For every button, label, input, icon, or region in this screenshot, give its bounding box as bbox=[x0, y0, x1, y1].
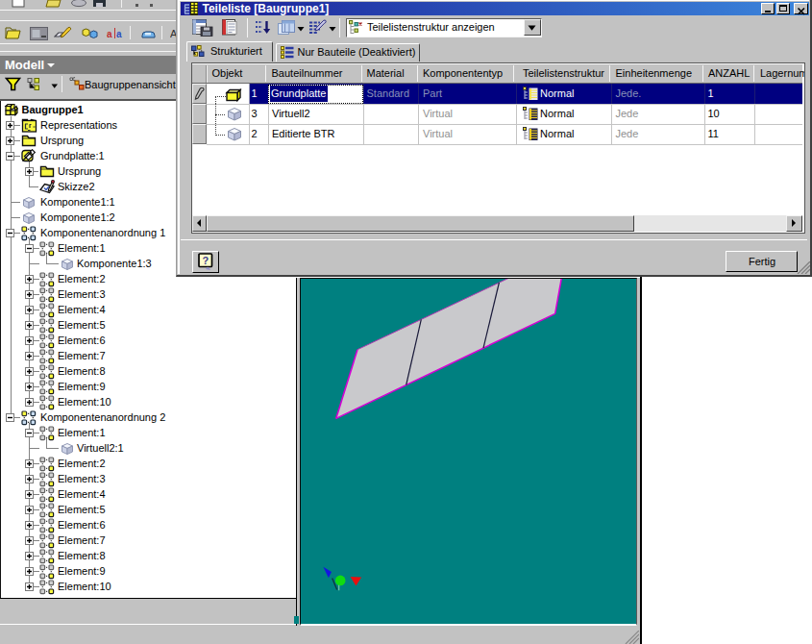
svg-text:?: ? bbox=[202, 255, 209, 266]
svg-text:a: a bbox=[116, 29, 122, 39]
svg-text:a: a bbox=[107, 29, 112, 39]
